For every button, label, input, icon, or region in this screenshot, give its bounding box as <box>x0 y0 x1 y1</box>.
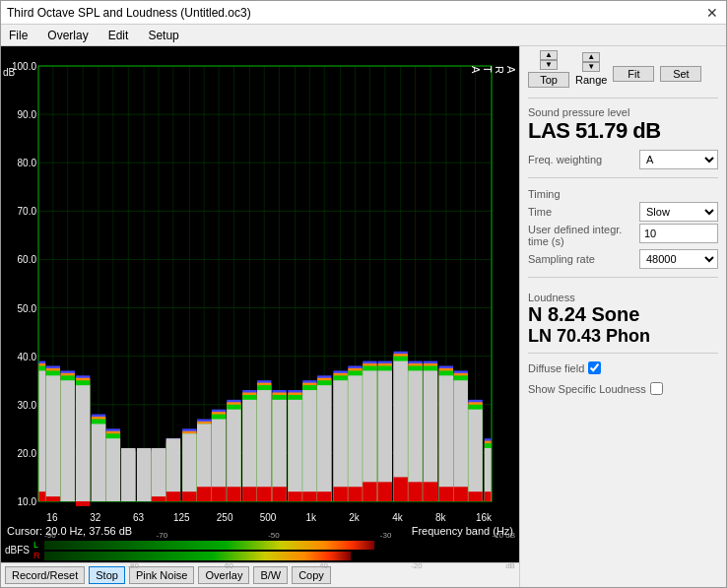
dbfs-rtick-2: -80 <box>127 561 139 570</box>
sampling-rate-label: Sampling rate <box>528 253 595 265</box>
set-button[interactable]: Set <box>660 66 701 82</box>
menu-overlay[interactable]: Overlay <box>43 28 92 43</box>
dbfs-rtick-3: -60 <box>222 561 233 570</box>
show-specific-checkbox[interactable] <box>650 382 663 395</box>
dbfs-tick-5: -10 dB <box>492 531 515 540</box>
freq-weighting-label: Freq. weighting <box>528 154 602 165</box>
x-label-500: 500 <box>246 512 290 523</box>
channel-l-label: L <box>33 540 41 550</box>
range-control-group: ▲ ▼ Range <box>575 52 607 86</box>
show-specific-label: Show Specific Loudness <box>528 383 646 395</box>
fit-button[interactable]: Fit <box>613 66 654 82</box>
dbfs-tick-2: -70 <box>157 531 168 540</box>
menu-setup[interactable]: Setup <box>144 28 182 43</box>
x-label-125: 125 <box>160 512 203 523</box>
title-bar: Third Octave SPL and Loudness (Untitled.… <box>1 1 726 25</box>
window-title: Third Octave SPL and Loudness (Untitled.… <box>7 6 251 20</box>
spl-value: LAS 51.79 dB <box>528 118 718 144</box>
divider-4 <box>528 353 718 354</box>
show-specific-row: Show Specific Loudness <box>528 382 718 395</box>
divider-2 <box>528 177 718 178</box>
x-label-1k: 1k <box>290 512 333 523</box>
user-integr-row: User defined integr. time (s) <box>528 224 718 247</box>
top-control-group: ▲ ▼ Top <box>528 50 569 88</box>
dbfs-tick-3: -50 <box>268 531 280 540</box>
loudness-n-value: N 8.24 Sone <box>528 303 718 326</box>
diffuse-field-checkbox[interactable] <box>588 361 601 374</box>
menu-edit[interactable]: Edit <box>104 28 133 43</box>
top-range-controls: ▲ ▼ Top ▲ ▼ Range Fit Set <box>528 50 718 88</box>
sampling-rate-select[interactable]: 44100 48000 96000 <box>639 249 718 269</box>
timing-section: Timing Time Fast Slow Impulse User defin… <box>528 184 718 271</box>
x-label-8k: 8k <box>419 512 462 523</box>
content-area: Third octave SPL ARTA 16 32 63 125 250 5… <box>1 46 726 587</box>
loudness-label: Loudness <box>528 292 718 303</box>
spl-section: Sound pressure level LAS 51.79 dB <box>528 104 718 144</box>
x-label-2k: 2k <box>333 512 376 523</box>
arta-label: ARTA <box>470 66 517 76</box>
top-button[interactable]: Top <box>528 72 569 88</box>
top-up-button[interactable]: ▲ <box>540 50 558 60</box>
chart-canvas <box>1 46 505 511</box>
dbfs-rtick-5: -20 <box>411 561 423 570</box>
x-label-250: 250 <box>203 512 246 523</box>
dbfs-rtick-4: -40 <box>316 561 328 570</box>
dbfs-label: dBFS <box>5 545 30 555</box>
spl-label: Sound pressure level <box>528 106 718 118</box>
sampling-rate-row: Sampling rate 44100 48000 96000 <box>528 249 718 269</box>
chart-area: Third octave SPL ARTA 16 32 63 125 250 5… <box>1 46 519 587</box>
fit-control-group: Fit <box>613 66 654 82</box>
main-window: Third Octave SPL and Loudness (Untitled.… <box>0 0 727 588</box>
x-axis-labels: 16 32 63 125 250 500 1k 2k 4k 8k 16k <box>1 511 519 524</box>
close-button[interactable]: ✕ <box>704 5 720 21</box>
x-label-32: 32 <box>74 512 117 523</box>
divider-1 <box>528 98 718 98</box>
set-control-group: Set <box>660 66 701 82</box>
top-down-button[interactable]: ▼ <box>540 60 558 70</box>
dbfs-rtick-6: dB <box>505 561 515 570</box>
dbfs-row: dBFS L -90 -70 -50 -30 -10 dB <box>1 538 519 562</box>
user-integr-label: User defined integr. time (s) <box>528 224 627 247</box>
top-spinner: ▲ ▼ <box>540 50 558 70</box>
x-label-16k: 16k <box>462 512 505 523</box>
menu-file[interactable]: File <box>5 28 32 43</box>
time-select[interactable]: Fast Slow Impulse <box>639 202 718 222</box>
x-label-63: 63 <box>117 512 161 523</box>
right-panel: ▲ ▼ Top ▲ ▼ Range Fit Set <box>519 46 726 587</box>
dbfs-tick-4: -30 <box>380 531 392 540</box>
loudness-ln-value: LN 70.43 Phon <box>528 326 718 347</box>
x-label-4k: 4k <box>376 512 420 523</box>
user-integr-input[interactable] <box>639 224 718 243</box>
diffuse-field-label: Diffuse field <box>528 362 584 374</box>
divider-3 <box>528 277 718 278</box>
range-down-button[interactable]: ▼ <box>582 62 600 72</box>
range-spinner: ▲ ▼ <box>582 52 600 72</box>
freq-weighting-select[interactable]: A B C Z <box>639 150 718 169</box>
timing-label: Timing <box>528 188 718 200</box>
menu-bar: File Overlay Edit Setup <box>1 25 726 46</box>
diffuse-field-row: Diffuse field <box>528 361 718 374</box>
time-label: Time <box>528 206 552 218</box>
range-label: Range <box>575 74 607 86</box>
loudness-section: Loudness N 8.24 Sone LN 70.43 Phon <box>528 288 718 347</box>
freq-weighting-row: Freq. weighting A B C Z <box>528 150 718 169</box>
range-up-button[interactable]: ▲ <box>582 52 600 62</box>
channel-r-label: R <box>33 551 41 560</box>
x-label-16: 16 <box>31 512 74 523</box>
dbfs-tick-1: -90 <box>44 531 56 540</box>
time-row: Time Fast Slow Impulse <box>528 202 718 222</box>
